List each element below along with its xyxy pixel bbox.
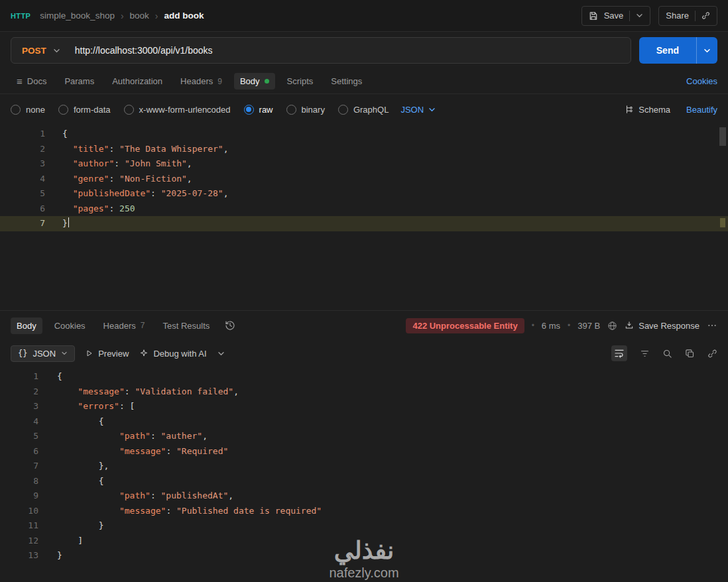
line-number: 7 (0, 459, 57, 474)
line-content: { (57, 369, 62, 384)
tab-label: Authorization (112, 76, 162, 86)
body-type-form-data[interactable]: form-data (58, 105, 111, 115)
line-content: "publishedDate": "2025-07-28", (62, 186, 228, 202)
line-number: 1 (0, 369, 57, 384)
http-request-icon: HTTP (11, 12, 30, 20)
save-response-button[interactable]: Save Response (625, 321, 699, 331)
method-selector[interactable]: POST (11, 38, 71, 63)
request-tab-scripts[interactable]: Scripts (281, 73, 320, 89)
share-label: Share (666, 11, 689, 21)
body-type-raw[interactable]: raw (244, 105, 273, 115)
debug-with-ai-label: Debug with AI (153, 349, 206, 359)
search-icon[interactable] (662, 349, 672, 359)
radio-icon (338, 105, 348, 115)
line-number: 9 (0, 489, 57, 504)
save-label: Save (604, 11, 624, 21)
chevron-down-icon (61, 351, 68, 355)
response-time[interactable]: 6 ms (542, 321, 560, 331)
save-button[interactable]: Save (581, 6, 651, 26)
response-view-tools (611, 345, 717, 361)
response-tab-headers[interactable]: Headers7 (97, 318, 151, 334)
tab-label: Body (240, 76, 260, 86)
code-line-5: 5 "publishedDate": "2025-07-28", (0, 186, 728, 202)
request-tabs: ≡DocsParamsAuthorizationHeaders9BodyScri… (11, 73, 368, 89)
breadcrumb-workspace[interactable]: simple_book_shop (40, 11, 115, 21)
docs-icon: ≡ (17, 76, 23, 86)
radio-icon (58, 105, 68, 115)
response-meta: 422 Unprocessable Entity • 6 ms • 397 B … (406, 318, 717, 333)
request-body-editor[interactable]: 1{2 "title": "The Data Whisperer",3 "aut… (0, 125, 728, 310)
send-button-group: Send (639, 37, 717, 64)
request-tab-docs[interactable]: ≡Docs (11, 73, 52, 89)
body-format-label: JSON (400, 105, 424, 115)
method-label: POST (22, 46, 46, 56)
radio-label: GraphQL (353, 105, 389, 115)
send-button[interactable]: Send (639, 37, 696, 64)
request-tab-authorization[interactable]: Authorization (106, 73, 168, 89)
text-cursor (68, 217, 70, 227)
request-bar: POST http://localhost:3000/api/v1/books … (0, 32, 728, 69)
response-body-viewer[interactable]: 1{2 "message": "Validation failed",3 "er… (0, 367, 728, 582)
header-actions: Save Share (581, 6, 717, 26)
chevron-down-icon[interactable] (636, 13, 643, 18)
tab-label: Params (64, 76, 94, 86)
request-tabs-bar: ≡DocsParamsAuthorizationHeaders9BodyScri… (0, 69, 728, 94)
copy-icon[interactable] (685, 349, 695, 359)
debug-with-ai-button[interactable]: Debug with AI (139, 349, 206, 359)
breadcrumb-request[interactable]: add book (164, 11, 204, 21)
line-content: "message": "Published date is required" (57, 504, 322, 519)
body-format-selector[interactable]: JSON (400, 105, 436, 115)
radio-label: binary (302, 105, 325, 115)
response-format-selector[interactable]: {} JSON (11, 345, 75, 362)
code-line-1: 1{ (0, 369, 728, 384)
request-tab-headers[interactable]: Headers9 (174, 73, 228, 89)
more-options-icon[interactable] (707, 320, 717, 331)
response-tab-body[interactable]: Body (11, 318, 42, 334)
url-input[interactable]: http://localhost:3000/api/v1/books (71, 38, 631, 63)
send-options-button[interactable] (696, 37, 717, 64)
line-number: 3 (0, 156, 62, 172)
line-content: "genre": "Non-Fiction", (62, 172, 192, 187)
line-content: { (57, 474, 103, 489)
link-icon[interactable] (707, 349, 717, 359)
response-history-icon[interactable] (225, 320, 235, 331)
braces-icon: {} (18, 349, 27, 358)
code-line-11: 11 } (0, 518, 728, 534)
radio-icon (286, 105, 296, 115)
breadcrumb-collection[interactable]: book (130, 11, 149, 21)
share-link-icon[interactable] (701, 11, 710, 20)
network-globe-icon[interactable] (607, 321, 617, 331)
schema-button[interactable]: Schema (625, 105, 670, 115)
line-content: } (57, 548, 62, 563)
api-client-window: HTTP simple_book_shop › book › add book … (0, 0, 728, 582)
preview-button[interactable]: Preview (86, 349, 129, 359)
request-tab-body[interactable]: Body (234, 73, 275, 89)
filter-icon[interactable] (640, 349, 650, 359)
response-format-label: JSON (32, 349, 56, 359)
response-tab-test-results[interactable]: Test Results (156, 318, 215, 334)
body-type-binary[interactable]: binary (286, 105, 325, 115)
editor-scrollbar-thumb[interactable] (719, 127, 726, 146)
url-container: POST http://localhost:3000/api/v1/books (11, 37, 631, 64)
response-size[interactable]: 397 B (577, 321, 600, 331)
body-type-graphql[interactable]: GraphQL (338, 105, 389, 115)
line-number: 2 (0, 384, 57, 400)
line-number: 8 (0, 474, 57, 489)
wrap-text-icon[interactable] (611, 345, 627, 361)
line-content: ] (57, 534, 83, 549)
beautify-button[interactable]: Beautify (686, 105, 717, 115)
share-button[interactable]: Share (658, 6, 717, 26)
line-content: { (57, 414, 103, 430)
request-tab-settings[interactable]: Settings (325, 73, 368, 89)
response-tab-cookies[interactable]: Cookies (48, 318, 91, 334)
radio-icon (244, 105, 254, 115)
body-type-x-www-form-urlencoded[interactable]: x-www-form-urlencoded (124, 105, 231, 115)
status-badge[interactable]: 422 Unprocessable Entity (406, 318, 524, 333)
workspace-header: HTTP simple_book_shop › book › add book … (0, 0, 728, 32)
tab-label: Cookies (54, 321, 86, 331)
debug-options-chevron-icon[interactable] (217, 351, 225, 356)
cookies-link[interactable]: Cookies (686, 76, 717, 86)
request-tab-params[interactable]: Params (58, 73, 100, 89)
body-type-none[interactable]: none (11, 105, 45, 115)
code-line-4: 4 { (0, 414, 728, 430)
